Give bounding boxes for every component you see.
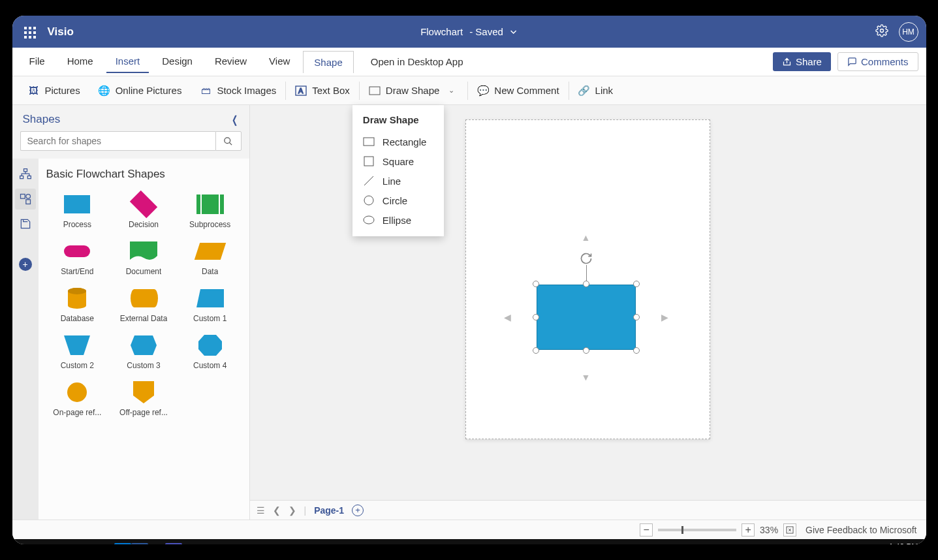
shape-data[interactable]: Data bbox=[179, 237, 242, 279]
tab-file[interactable]: File bbox=[20, 50, 54, 73]
system-clock[interactable]: 1:42 PM 8/11/2021 bbox=[883, 542, 922, 544]
svg-rect-12 bbox=[20, 176, 23, 179]
open-in-desktop-link[interactable]: Open in Desktop App bbox=[371, 56, 463, 67]
resize-handle-e[interactable] bbox=[633, 314, 640, 320]
windows-taskbar: 📁 O W T 1:42 PM 8/11/2021 bbox=[12, 539, 926, 544]
chevron-down-icon[interactable]: ⌄ bbox=[445, 86, 458, 95]
cortana-icon[interactable] bbox=[55, 542, 75, 544]
shape-custom1[interactable]: Custom 1 bbox=[179, 284, 242, 326]
file-explorer-icon[interactable]: 📁 bbox=[95, 542, 114, 544]
word-icon[interactable]: W bbox=[131, 543, 148, 544]
svg-rect-14 bbox=[20, 194, 25, 199]
rotate-handle[interactable] bbox=[580, 252, 593, 265]
rectangle-icon bbox=[369, 85, 381, 97]
draw-square-item[interactable]: Square bbox=[352, 151, 444, 171]
zoom-slider[interactable] bbox=[658, 529, 736, 531]
resize-handle-n[interactable] bbox=[583, 281, 589, 287]
draw-circle-item[interactable]: Circle bbox=[352, 191, 444, 210]
edge-icon[interactable] bbox=[148, 543, 165, 544]
draw-shape-button[interactable]: Draw Shape ⌄ Draw Shape Rectangle Square… bbox=[360, 76, 468, 104]
square-icon bbox=[363, 155, 375, 167]
shape-external-data[interactable]: External Data bbox=[112, 284, 175, 326]
ellipse-icon bbox=[363, 214, 375, 226]
shape-custom4[interactable]: Custom 4 bbox=[179, 331, 242, 373]
tab-insert[interactable]: Insert bbox=[106, 50, 149, 73]
tab-shape[interactable]: Shape bbox=[303, 51, 353, 73]
shape-onpage-ref[interactable]: On-page ref... bbox=[46, 378, 109, 420]
prev-page-button[interactable]: ❮ bbox=[273, 505, 281, 516]
teams-icon[interactable]: T bbox=[165, 543, 182, 544]
resize-handle-w[interactable] bbox=[533, 314, 539, 320]
tab-review[interactable]: Review bbox=[206, 50, 256, 73]
feedback-link[interactable]: Give Feedback to Microsoft bbox=[805, 525, 916, 535]
selected-rectangle-shape[interactable]: ▲ ▼ ◀ ▶ bbox=[537, 285, 636, 350]
resize-handle-s[interactable] bbox=[583, 347, 589, 354]
autoconnect-arrow-down[interactable]: ▼ bbox=[582, 372, 591, 382]
task-view-icon[interactable] bbox=[75, 542, 95, 544]
shape-custom2[interactable]: Custom 2 bbox=[46, 331, 109, 373]
resize-handle-sw[interactable] bbox=[533, 347, 539, 354]
resize-handle-ne[interactable] bbox=[633, 281, 640, 287]
svg-point-21 bbox=[67, 382, 87, 402]
shape-subprocess[interactable]: Subprocess bbox=[179, 190, 242, 232]
pages-list-icon[interactable]: ☰ bbox=[257, 505, 265, 516]
page-tab[interactable]: Page-1 bbox=[314, 505, 344, 516]
comments-button[interactable]: Comments bbox=[837, 52, 918, 71]
stock-images-button[interactable]: 🗃Stock Images bbox=[191, 76, 285, 104]
draw-line-item[interactable]: Line bbox=[352, 171, 444, 191]
canvas[interactable]: ▲ ▼ ◀ ▶ ☰ ❮ ❯ | Page-1 + bbox=[250, 105, 926, 520]
shape-decision[interactable]: Decision bbox=[112, 190, 175, 232]
add-page-button[interactable]: + bbox=[352, 505, 364, 516]
shapes-panel: Shapes ❮ + Basic Flowchart Shapes bbox=[12, 105, 250, 520]
draw-ellipse-item[interactable]: Ellipse bbox=[352, 210, 444, 230]
search-icon[interactable] bbox=[36, 542, 55, 544]
pictures-button[interactable]: 🖼Pictures bbox=[19, 76, 89, 104]
draw-rectangle-item[interactable]: Rectangle bbox=[352, 132, 444, 151]
next-page-button[interactable]: ❯ bbox=[289, 505, 296, 516]
stencil-button-2[interactable] bbox=[15, 189, 36, 210]
app-name: Visio bbox=[48, 25, 74, 39]
shape-offpage-ref[interactable]: Off-page ref... bbox=[112, 378, 175, 420]
app-launcher-icon[interactable] bbox=[20, 23, 39, 41]
outlook-icon[interactable]: O bbox=[114, 543, 131, 544]
shape-document[interactable]: Document bbox=[112, 237, 175, 279]
status-bar: − + 33% Give Feedback to Microsoft bbox=[12, 520, 926, 539]
autoconnect-arrow-right[interactable]: ▶ bbox=[661, 312, 668, 322]
tab-view[interactable]: View bbox=[260, 50, 299, 73]
autoconnect-arrow-up[interactable]: ▲ bbox=[582, 232, 591, 243]
zoom-out-button[interactable]: − bbox=[640, 523, 653, 537]
tab-home[interactable]: Home bbox=[58, 50, 102, 73]
share-button[interactable]: Share bbox=[773, 52, 831, 71]
svg-rect-15 bbox=[25, 200, 30, 204]
start-button[interactable] bbox=[16, 542, 36, 544]
document-title-area[interactable]: Flowchart - Saved bbox=[420, 26, 518, 37]
user-avatar[interactable]: HM bbox=[899, 22, 918, 42]
svg-rect-3 bbox=[369, 87, 380, 95]
resize-handle-nw[interactable] bbox=[533, 281, 539, 287]
tab-design[interactable]: Design bbox=[153, 50, 202, 73]
stencil-button-3[interactable] bbox=[15, 213, 36, 234]
online-pictures-button[interactable]: 🌐Online Pictures bbox=[89, 76, 191, 104]
new-comment-button[interactable]: 💬New Comment bbox=[468, 76, 568, 104]
resize-handle-se[interactable] bbox=[633, 347, 640, 354]
add-stencil-button[interactable]: + bbox=[19, 258, 32, 271]
text-box-button[interactable]: AText Box bbox=[286, 76, 359, 104]
shape-custom3[interactable]: Custom 3 bbox=[112, 331, 175, 373]
svg-point-16 bbox=[25, 194, 30, 199]
search-button[interactable] bbox=[215, 131, 242, 151]
dropdown-title: Draw Shape bbox=[352, 112, 444, 132]
drawing-page[interactable]: ▲ ▼ ◀ ▶ bbox=[465, 119, 710, 439]
stencil-button-1[interactable] bbox=[15, 164, 36, 185]
autoconnect-arrow-left[interactable]: ◀ bbox=[504, 312, 511, 322]
shape-process[interactable]: Process bbox=[46, 190, 109, 232]
shape-database[interactable]: Database bbox=[46, 284, 109, 326]
search-shapes-input[interactable] bbox=[20, 131, 215, 151]
svg-text:A: A bbox=[298, 87, 304, 95]
fit-to-window-button[interactable] bbox=[783, 523, 796, 537]
zoom-in-button[interactable]: + bbox=[742, 523, 755, 537]
titlebar: Visio Flowchart - Saved HM bbox=[12, 16, 926, 48]
link-button[interactable]: 🔗Link bbox=[569, 76, 623, 104]
collapse-panel-button[interactable]: ❮ bbox=[231, 114, 237, 126]
shape-startend[interactable]: Start/End bbox=[46, 237, 109, 279]
settings-icon[interactable] bbox=[875, 24, 888, 40]
